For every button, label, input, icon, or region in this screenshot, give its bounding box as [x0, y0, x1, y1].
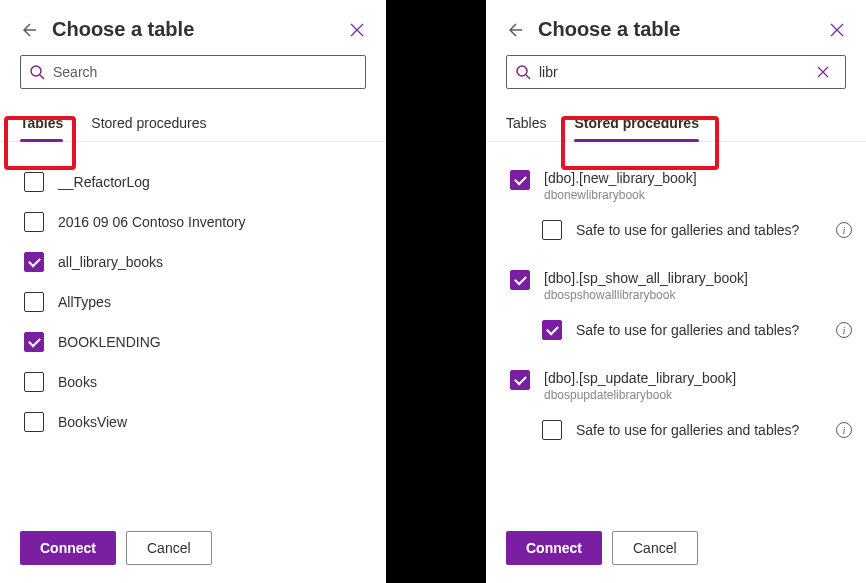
close-icon[interactable] [348, 21, 366, 39]
proc-label: [dbo].[sp_show_all_library_book] [544, 270, 748, 286]
dialog-title: Choose a table [538, 18, 828, 41]
dialog-footer: Connect Cancel [486, 519, 866, 583]
dialog-title: Choose a table [52, 18, 348, 41]
tab-bar: Tables Stored procedures [0, 105, 386, 142]
cancel-button[interactable]: Cancel [126, 531, 212, 565]
tab-tables[interactable]: Tables [506, 105, 546, 141]
dialog-footer: Connect Cancel [0, 519, 386, 583]
info-icon[interactable]: i [836, 322, 852, 338]
search-box[interactable] [506, 55, 846, 89]
proc-group: [dbo].[sp_show_all_library_book]dbospsho… [510, 262, 852, 350]
proc-list[interactable]: [dbo].[new_library_book]dbonewlibraryboo… [486, 142, 866, 519]
checkbox[interactable] [24, 212, 44, 232]
search-icon [29, 64, 45, 80]
proc-group: [dbo].[sp_update_library_book]dbospupdat… [510, 362, 852, 450]
checkbox[interactable] [24, 172, 44, 192]
table-row[interactable]: all_library_books [24, 242, 372, 282]
search-icon [515, 64, 531, 80]
svg-point-0 [31, 66, 41, 76]
info-icon[interactable]: i [836, 422, 852, 438]
proc-sublabel: dbospshowalllibrarybook [544, 288, 748, 302]
table-row[interactable]: Books [24, 362, 372, 402]
search-input[interactable] [53, 64, 357, 80]
checkbox[interactable] [542, 420, 562, 440]
search-container [0, 55, 386, 99]
table-label: Books [58, 374, 97, 390]
dialog-choose-table-left: Choose a table Tables Stored procedures … [0, 0, 386, 583]
dialog-header: Choose a table [0, 0, 386, 55]
table-row[interactable]: AllTypes [24, 282, 372, 322]
proc-row[interactable]: [dbo].[new_library_book]dbonewlibraryboo… [510, 162, 852, 210]
close-icon[interactable] [828, 21, 846, 39]
connect-button[interactable]: Connect [20, 531, 116, 565]
search-input[interactable] [539, 64, 817, 80]
table-label: BooksView [58, 414, 127, 430]
checkbox[interactable] [510, 270, 530, 290]
table-row[interactable]: __RefactorLog [24, 162, 372, 202]
svg-point-1 [517, 66, 527, 76]
tab-stored-procedures[interactable]: Stored procedures [574, 105, 698, 141]
safe-row[interactable]: Safe to use for galleries and tables?i [510, 410, 852, 450]
checkbox[interactable] [24, 372, 44, 392]
table-label: BOOKLENDING [58, 334, 161, 350]
proc-row[interactable]: [dbo].[sp_update_library_book]dbospupdat… [510, 362, 852, 410]
table-label: AllTypes [58, 294, 111, 310]
proc-row[interactable]: [dbo].[sp_show_all_library_book]dbospsho… [510, 262, 852, 310]
back-icon[interactable] [20, 20, 40, 40]
checkbox[interactable] [542, 320, 562, 340]
tab-bar: Tables Stored procedures [486, 105, 866, 142]
checkbox[interactable] [542, 220, 562, 240]
back-icon[interactable] [506, 20, 526, 40]
checkbox[interactable] [24, 412, 44, 432]
table-label: all_library_books [58, 254, 163, 270]
connect-button[interactable]: Connect [506, 531, 602, 565]
safe-label: Safe to use for galleries and tables? [576, 322, 799, 338]
proc-sublabel: dbonewlibrarybook [544, 188, 697, 202]
checkbox[interactable] [24, 332, 44, 352]
proc-group: [dbo].[new_library_book]dbonewlibraryboo… [510, 162, 852, 250]
search-box[interactable] [20, 55, 366, 89]
clear-icon[interactable] [817, 66, 837, 78]
proc-sublabel: dbospupdatelibrarybook [544, 388, 736, 402]
info-icon[interactable]: i [836, 222, 852, 238]
checkbox[interactable] [24, 292, 44, 312]
tab-tables[interactable]: Tables [20, 105, 63, 141]
checkbox[interactable] [510, 370, 530, 390]
checkbox[interactable] [24, 252, 44, 272]
safe-label: Safe to use for galleries and tables? [576, 422, 799, 438]
search-container [486, 55, 866, 99]
tab-stored-procedures[interactable]: Stored procedures [91, 105, 206, 141]
safe-row[interactable]: Safe to use for galleries and tables?i [510, 310, 852, 350]
safe-row[interactable]: Safe to use for galleries and tables?i [510, 210, 852, 250]
proc-label: [dbo].[sp_update_library_book] [544, 370, 736, 386]
dialog-header: Choose a table [486, 0, 866, 55]
dialog-choose-table-right: Choose a table Tables Stored procedures … [486, 0, 866, 583]
table-list[interactable]: __RefactorLog2016 09 06 Contoso Inventor… [0, 142, 386, 519]
safe-label: Safe to use for galleries and tables? [576, 222, 799, 238]
table-row[interactable]: BooksView [24, 402, 372, 442]
table-label: __RefactorLog [58, 174, 150, 190]
table-row[interactable]: BOOKLENDING [24, 322, 372, 362]
cancel-button[interactable]: Cancel [612, 531, 698, 565]
table-label: 2016 09 06 Contoso Inventory [58, 214, 246, 230]
table-row[interactable]: 2016 09 06 Contoso Inventory [24, 202, 372, 242]
checkbox[interactable] [510, 170, 530, 190]
proc-label: [dbo].[new_library_book] [544, 170, 697, 186]
